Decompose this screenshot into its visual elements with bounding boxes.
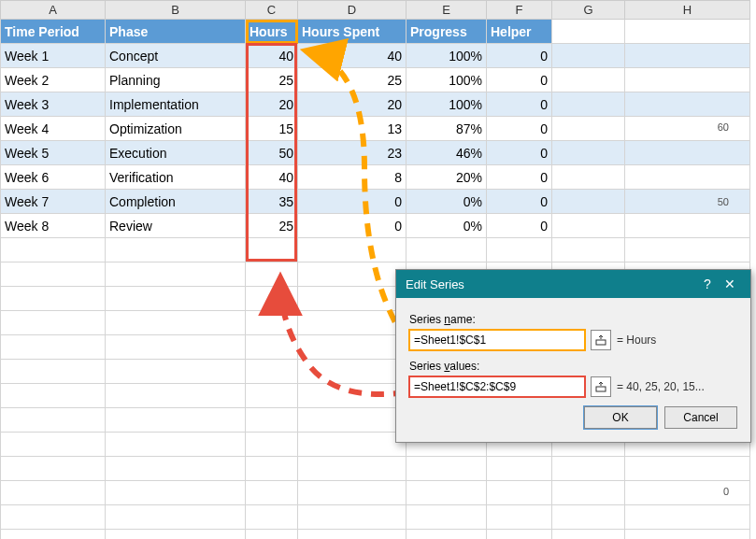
cell[interactable]: 15 [246,117,298,141]
cell[interactable]: 0 [487,141,552,165]
colhead-F[interactable]: F [487,1,552,20]
cell[interactable] [298,287,407,311]
cell[interactable] [106,238,246,262]
cell[interactable] [298,481,407,505]
cell[interactable] [1,311,106,335]
cell[interactable]: Week 8 [1,214,106,238]
cell[interactable]: 0% [407,214,487,238]
cell-G1[interactable] [552,20,625,44]
cell[interactable] [106,505,246,530]
cell[interactable] [552,68,625,92]
cell[interactable] [298,530,407,540]
cell[interactable]: 50 [246,141,298,165]
cell[interactable] [298,335,407,360]
cell[interactable]: 0 [487,117,552,141]
cell[interactable]: 25 [246,68,298,92]
cell[interactable]: Verification [106,165,246,190]
cell[interactable]: 23 [298,141,407,165]
cell[interactable]: 20 [246,92,298,117]
cell[interactable] [246,238,298,262]
cell[interactable]: 0 [487,92,552,117]
cell[interactable]: 0 [487,68,552,92]
cell[interactable] [552,214,625,238]
colhead-B[interactable]: B [106,1,246,20]
cell[interactable] [106,311,246,335]
cell[interactable] [1,505,106,530]
cell[interactable]: 0 [487,165,552,190]
cell[interactable] [407,530,487,540]
cell[interactable] [106,287,246,311]
cell[interactable] [487,238,552,262]
cell[interactable] [106,335,246,360]
cell[interactable] [1,384,106,408]
cell[interactable] [298,408,407,433]
cell[interactable] [487,481,552,505]
cell[interactable]: 20 [298,92,407,117]
cell[interactable]: 0 [298,190,407,214]
cell[interactable]: Concept [106,44,246,68]
cell[interactable] [552,44,625,68]
hdr-hours[interactable]: Hours [246,20,298,44]
cell[interactable]: 0% [407,190,487,214]
cell[interactable] [298,384,407,408]
cell[interactable] [106,457,246,481]
cancel-button[interactable]: Cancel [664,406,737,429]
cell[interactable]: 40 [246,165,298,190]
cell[interactable]: 40 [246,44,298,68]
cell[interactable] [246,481,298,505]
cell[interactable] [1,530,106,540]
cell[interactable] [1,457,106,481]
cell[interactable] [246,335,298,360]
cell[interactable]: Week 5 [1,141,106,165]
cell[interactable] [246,384,298,408]
cell[interactable] [407,505,487,530]
cell[interactable]: 100% [407,68,487,92]
cell[interactable] [552,481,625,505]
cell[interactable]: Week 7 [1,190,106,214]
cell[interactable]: 87% [407,117,487,141]
cell[interactable]: 40 [298,44,407,68]
help-button[interactable]: ? [696,277,719,291]
cell[interactable] [298,505,407,530]
range-picker-button[interactable] [591,376,611,397]
hdr-time-period[interactable]: Time Period [1,20,106,44]
cell[interactable] [625,530,750,540]
cell[interactable]: Week 6 [1,165,106,190]
cell[interactable] [106,408,246,433]
hdr-helper[interactable]: Helper [487,20,552,44]
cell[interactable]: Week 2 [1,68,106,92]
cell[interactable] [246,433,298,457]
cell[interactable] [407,481,487,505]
cell[interactable] [246,457,298,481]
cell[interactable] [1,360,106,384]
cell[interactable] [298,238,407,262]
cell[interactable]: 0 [487,44,552,68]
cell[interactable] [246,408,298,433]
cell[interactable]: Optimization [106,117,246,141]
cell[interactable] [1,481,106,505]
colhead-E[interactable]: E [407,1,487,20]
cell[interactable]: 100% [407,92,487,117]
cell[interactable] [298,433,407,457]
cell[interactable] [487,530,552,540]
colhead-D[interactable]: D [298,1,407,20]
cell[interactable]: Implementation [106,92,246,117]
hdr-phase[interactable]: Phase [106,20,246,44]
cell[interactable] [552,141,625,165]
cell[interactable]: Week 1 [1,44,106,68]
cell[interactable] [552,190,625,214]
cell[interactable]: Planning [106,68,246,92]
cell[interactable]: Completion [106,190,246,214]
dialog-title-bar[interactable]: Edit Series ? ✕ [396,270,750,298]
cell[interactable]: Week 4 [1,117,106,141]
ok-button[interactable]: OK [584,406,657,429]
cell[interactable] [106,360,246,384]
cell[interactable] [552,165,625,190]
cell[interactable] [552,457,625,481]
cell[interactable] [1,335,106,360]
cell[interactable] [552,117,625,141]
cell[interactable] [246,360,298,384]
cell[interactable] [106,433,246,457]
colhead-C[interactable]: C [246,1,298,20]
series-values-input[interactable] [409,376,585,397]
